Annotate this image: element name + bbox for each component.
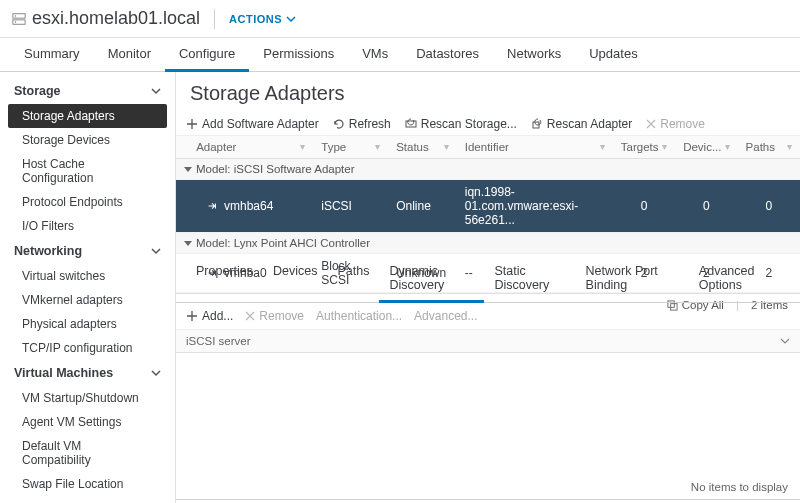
tab-datastores[interactable]: Datastores	[402, 38, 493, 71]
rescan-adapter-icon	[531, 118, 543, 130]
sidebar-item-protocol-endpoints[interactable]: Protocol Endpoints	[8, 190, 167, 214]
filter-icon[interactable]: ▾	[662, 141, 667, 152]
refresh-icon	[333, 118, 345, 130]
tab-vms[interactable]: VMs	[348, 38, 402, 71]
col-adapter[interactable]: Adapter▾	[176, 136, 313, 159]
rescan-storage-button[interactable]: Rescan Storage...	[405, 117, 517, 131]
col-identifier[interactable]: Identifier▾	[457, 136, 613, 159]
rescan-adapter-label: Rescan Adapter	[547, 117, 632, 131]
filter-icon[interactable]: ▾	[300, 141, 305, 152]
table-row[interactable]: vmhba64iSCSIOnlineiqn.1998-01.com.vmware…	[176, 180, 800, 233]
tab-monitor[interactable]: Monitor	[94, 38, 165, 71]
col-type[interactable]: Type▾	[313, 136, 388, 159]
iscsi-server-label: iSCSI server	[186, 335, 251, 347]
remove-icon	[646, 119, 656, 129]
actions-label: ACTIONS	[229, 13, 282, 25]
tab-networks[interactable]: Networks	[493, 38, 575, 71]
group-row[interactable]: Model: iSCSI Software Adapter	[176, 159, 800, 180]
detail-tab-dynamic-discovery[interactable]: Dynamic Discovery	[379, 256, 484, 303]
remove-server-button: Remove	[245, 309, 304, 323]
tab-configure[interactable]: Configure	[165, 38, 249, 72]
advanced-label: Advanced...	[414, 309, 477, 323]
col-devic[interactable]: Devic...▾	[675, 136, 737, 159]
detail-tab-properties[interactable]: Properties	[186, 256, 263, 302]
iscsi-server-header[interactable]: iSCSI server	[176, 330, 800, 353]
sidebar-group-networking[interactable]: Networking	[8, 238, 167, 264]
filter-icon[interactable]: ▾	[600, 141, 605, 152]
plus-icon	[186, 310, 198, 322]
sidebar-group-system[interactable]: System	[8, 496, 167, 503]
sidebar-item-swap-file-location[interactable]: Swap File Location	[8, 472, 167, 496]
sidebar-item-storage-adapters[interactable]: Storage Adapters	[8, 104, 167, 128]
svg-point-3	[15, 21, 16, 22]
chevron-down-icon	[151, 368, 161, 378]
add-software-adapter-button[interactable]: Add Software Adapter	[186, 117, 319, 131]
refresh-label: Refresh	[349, 117, 391, 131]
sidebar-item-agent-vm-settings[interactable]: Agent VM Settings	[8, 410, 167, 434]
chevron-down-icon	[286, 14, 296, 24]
group-row[interactable]: Model: Lynx Point AHCI Controller	[176, 233, 800, 254]
triangle-down-icon	[184, 241, 192, 246]
remove-label: Remove	[660, 117, 705, 131]
remove-server-label: Remove	[259, 309, 304, 323]
svg-point-2	[15, 15, 16, 16]
detail-toolbar: Add... Remove Authentication... Advanced…	[176, 303, 800, 330]
sidebar-item-tcp-ip-configuration[interactable]: TCP/IP configuration	[8, 336, 167, 360]
sidebar: StorageStorage AdaptersStorage DevicesHo…	[0, 72, 176, 503]
remove-button: Remove	[646, 117, 705, 131]
sidebar-item-host-cache-configuration[interactable]: Host Cache Configuration	[8, 152, 167, 190]
no-items-label: No items to display	[691, 481, 788, 493]
host-icon	[12, 12, 26, 26]
host-title: esxi.homelab01.local	[32, 8, 200, 29]
rescan-storage-icon	[405, 118, 417, 130]
sidebar-item-vm-startup-shutdown[interactable]: VM Startup/Shutdown	[8, 386, 167, 410]
detail-tab-advanced-options[interactable]: Advanced Options	[689, 256, 790, 302]
filter-icon[interactable]: ▾	[375, 141, 380, 152]
main-panel: Storage Adapters Add Software Adapter Re…	[176, 72, 800, 503]
sidebar-item-physical-adapters[interactable]: Physical adapters	[8, 312, 167, 336]
top-tabs: SummaryMonitorConfigurePermissionsVMsDat…	[0, 38, 800, 72]
add-server-label: Add...	[202, 309, 233, 323]
chevron-down-icon	[151, 86, 161, 96]
detail-tab-static-discovery[interactable]: Static Discovery	[484, 256, 575, 302]
remove-icon	[245, 311, 255, 321]
detail-tab-devices[interactable]: Devices	[263, 256, 327, 302]
page-title: Storage Adapters	[176, 72, 800, 113]
add-server-button[interactable]: Add...	[186, 309, 233, 323]
rescan-storage-label: Rescan Storage...	[421, 117, 517, 131]
divider	[214, 9, 215, 29]
sidebar-group-virtual-machines[interactable]: Virtual Machines	[8, 360, 167, 386]
bottom-bar	[176, 499, 800, 503]
tab-summary[interactable]: Summary	[10, 38, 94, 71]
detail-tab-network-port-binding[interactable]: Network Port Binding	[576, 256, 689, 302]
filter-icon[interactable]: ▾	[787, 141, 792, 152]
triangle-down-icon	[184, 167, 192, 172]
sidebar-group-storage[interactable]: Storage	[8, 78, 167, 104]
detail-tabs: PropertiesDevicesPathsDynamic DiscoveryS…	[176, 256, 800, 303]
detail-tab-paths[interactable]: Paths	[327, 256, 379, 302]
main-toolbar: Add Software Adapter Refresh Rescan Stor…	[176, 113, 800, 136]
plus-icon	[186, 118, 198, 130]
sidebar-item-vmkernel-adapters[interactable]: VMkernel adapters	[8, 288, 167, 312]
filter-icon[interactable]: ▾	[444, 141, 449, 152]
col-targets[interactable]: Targets▾	[613, 136, 675, 159]
svg-rect-0	[13, 13, 25, 17]
col-paths[interactable]: Paths▾	[738, 136, 800, 159]
sidebar-item-virtual-switches[interactable]: Virtual switches	[8, 264, 167, 288]
rescan-adapter-button[interactable]: Rescan Adapter	[531, 117, 632, 131]
sidebar-item-i-o-filters[interactable]: I/O Filters	[8, 214, 167, 238]
authentication-button: Authentication...	[316, 309, 402, 323]
add-label: Add Software Adapter	[202, 117, 319, 131]
col-status[interactable]: Status▾	[388, 136, 457, 159]
auth-label: Authentication...	[316, 309, 402, 323]
refresh-button[interactable]: Refresh	[333, 117, 391, 131]
sidebar-item-default-vm-compatibility[interactable]: Default VM Compatibility	[8, 434, 167, 472]
sidebar-item-storage-devices[interactable]: Storage Devices	[8, 128, 167, 152]
filter-icon[interactable]: ▾	[725, 141, 730, 152]
adapter-icon	[206, 200, 218, 212]
tab-updates[interactable]: Updates	[575, 38, 651, 71]
svg-rect-1	[13, 19, 25, 23]
actions-menu[interactable]: ACTIONS	[229, 13, 296, 25]
tab-permissions[interactable]: Permissions	[249, 38, 348, 71]
chevron-down-icon	[151, 246, 161, 256]
